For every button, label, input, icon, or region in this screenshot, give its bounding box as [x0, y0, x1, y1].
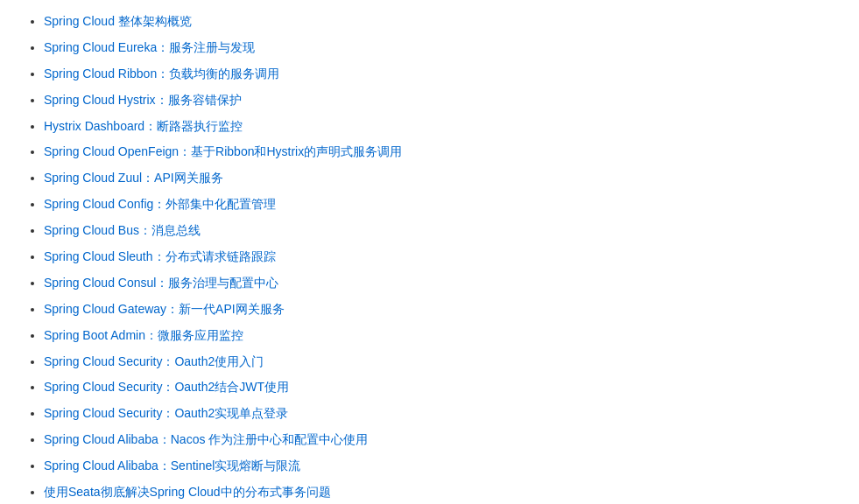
nav-link-8[interactable]: Spring Cloud Config：外部集中化配置管理 [44, 197, 276, 211]
list-item: Spring Cloud Gateway：新一代API网关服务 [44, 297, 841, 323]
nav-link-4[interactable]: Spring Cloud Hystrix：服务容错保护 [44, 93, 242, 107]
list-item: Spring Cloud Config：外部集中化配置管理 [44, 192, 841, 218]
list-item: Spring Cloud Eureka：服务注册与发现 [44, 35, 841, 61]
nav-link-19[interactable]: 使用Seata彻底解决Spring Cloud中的分布式事务问题 [44, 485, 331, 499]
nav-link-7[interactable]: Spring Cloud Zuul：API网关服务 [44, 171, 223, 185]
nav-link-12[interactable]: Spring Cloud Gateway：新一代API网关服务 [44, 302, 285, 316]
nav-link-14[interactable]: Spring Cloud Security：Oauth2使用入门 [44, 354, 264, 368]
list-item: Spring Cloud Ribbon：负载均衡的服务调用 [44, 61, 841, 88]
list-item: Spring Cloud Security：Oauth2实现单点登录 [44, 401, 841, 427]
nav-link-3[interactable]: Spring Cloud Ribbon：负载均衡的服务调用 [44, 66, 279, 80]
list-item: Spring Cloud OpenFeign：基于Ribbon和Hystrix的… [44, 139, 841, 165]
list-item: Hystrix Dashboard：断路器执行监控 [44, 114, 841, 140]
list-item: Spring Cloud 整体架构概览 [44, 9, 841, 35]
list-item: Spring Cloud Sleuth：分布式请求链路跟踪 [44, 244, 841, 270]
nav-link-16[interactable]: Spring Cloud Security：Oauth2实现单点登录 [44, 406, 288, 420]
nav-link-17[interactable]: Spring Cloud Alibaba：Nacos 作为注册中心和配置中心使用 [44, 432, 368, 446]
nav-link-11[interactable]: Spring Cloud Consul：服务治理与配置中心 [44, 276, 278, 290]
list-item: 使用Seata彻底解决Spring Cloud中的分布式事务问题 [44, 480, 841, 504]
nav-link-9[interactable]: Spring Cloud Bus：消息总线 [44, 223, 201, 237]
list-item: Spring Cloud Alibaba：Sentinel实现熔断与限流 [44, 453, 841, 480]
nav-list: Spring Cloud 整体架构概览Spring Cloud Eureka：服… [18, 9, 841, 504]
list-item: Spring Cloud Hystrix：服务容错保护 [44, 88, 841, 114]
nav-link-2[interactable]: Spring Cloud Eureka：服务注册与发现 [44, 40, 255, 54]
list-item: Spring Boot Admin：微服务应用监控 [44, 323, 841, 349]
nav-link-13[interactable]: Spring Boot Admin：微服务应用监控 [44, 328, 243, 342]
nav-link-5[interactable]: Hystrix Dashboard：断路器执行监控 [44, 119, 243, 133]
nav-link-10[interactable]: Spring Cloud Sleuth：分布式请求链路跟踪 [44, 249, 276, 263]
nav-link-6[interactable]: Spring Cloud OpenFeign：基于Ribbon和Hystrix的… [44, 144, 402, 158]
nav-link-1[interactable]: Spring Cloud 整体架构概览 [44, 14, 192, 28]
list-item: Spring Cloud Security：Oauth2结合JWT使用 [44, 374, 841, 401]
list-item: Spring Cloud Alibaba：Nacos 作为注册中心和配置中心使用 [44, 427, 841, 453]
list-item: Spring Cloud Bus：消息总线 [44, 218, 841, 244]
list-item: Spring Cloud Consul：服务治理与配置中心 [44, 270, 841, 297]
nav-link-18[interactable]: Spring Cloud Alibaba：Sentinel实现熔断与限流 [44, 458, 300, 472]
list-item: Spring Cloud Security：Oauth2使用入门 [44, 349, 841, 375]
nav-link-15[interactable]: Spring Cloud Security：Oauth2结合JWT使用 [44, 380, 289, 394]
list-item: Spring Cloud Zuul：API网关服务 [44, 165, 841, 192]
